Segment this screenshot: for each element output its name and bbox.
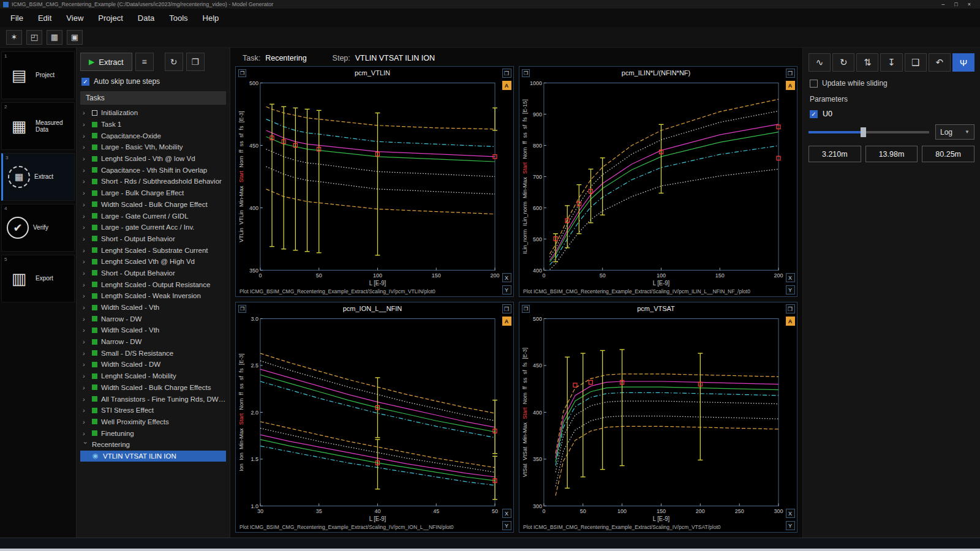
tuning-fork-button[interactable]: Ψ xyxy=(952,53,974,72)
chevron-right-icon[interactable]: › xyxy=(83,315,88,323)
task-item[interactable]: ›Width Scaled - DW xyxy=(80,359,226,370)
sliders-button[interactable]: ⇅ xyxy=(856,53,878,72)
task-item[interactable]: ›Large - Basic Vth, Mobility xyxy=(80,141,226,153)
chevron-right-icon[interactable]: › xyxy=(83,223,88,231)
task-item[interactable]: ›Narrow - DW xyxy=(80,336,226,348)
task-item[interactable]: ›Width Scaled - Vth xyxy=(80,324,226,336)
autoscale-button[interactable]: A xyxy=(502,317,511,326)
chevron-right-icon[interactable]: › xyxy=(83,143,88,151)
plot-layout-icon[interactable]: ❒ xyxy=(238,305,246,313)
task-item[interactable]: ›Lenght Scaled Vth @ High Vd xyxy=(80,256,226,268)
task-item[interactable]: ›Lenght Scaled - Mobility xyxy=(80,370,226,382)
task-item[interactable]: ◉VTLIN VTSAT ILIN ION xyxy=(80,451,226,462)
param-slider[interactable] xyxy=(809,131,929,133)
chevron-down-icon[interactable]: › xyxy=(82,442,89,448)
stage-measured-data[interactable]: 2▦Measured Data xyxy=(1,102,75,150)
menu-view[interactable]: View xyxy=(59,11,90,25)
chevron-right-icon[interactable]: › xyxy=(83,338,88,345)
task-item[interactable]: ›Recentering xyxy=(80,439,226,451)
task-item[interactable]: ›STI Stress Effect xyxy=(80,405,226,416)
plot-canvas-pcm_ION[interactable]: 30354045501.01.52.02.53.0L [E-9]IonIonMi… xyxy=(237,313,500,523)
y-axis-button[interactable]: Y xyxy=(786,285,795,294)
chevron-right-icon[interactable]: › xyxy=(83,269,88,277)
chevron-right-icon[interactable]: › xyxy=(83,430,88,437)
gauge-button[interactable]: ↻ xyxy=(832,53,854,72)
chevron-right-icon[interactable]: › xyxy=(83,326,88,334)
autoscale-button[interactable]: A xyxy=(786,317,795,326)
restore-plot-button[interactable]: ❐ xyxy=(786,69,795,78)
task-item[interactable]: ›Capacitance - Vth Shift in Overlap xyxy=(80,164,226,176)
task-item[interactable]: ›All Transistors - Fine Tuning Rds, DW… xyxy=(80,393,226,405)
task-item[interactable]: ›Initialization xyxy=(80,107,226,119)
task-item[interactable]: ›Short - Rds / Subthreadshold Behavior xyxy=(80,176,226,187)
x-axis-button[interactable]: X xyxy=(786,273,795,282)
duplicate-button[interactable]: ❐ xyxy=(186,53,205,71)
task-item[interactable]: ›Width Scaled - Bulk Charge Effect xyxy=(80,199,226,211)
export-down-button[interactable]: ↧ xyxy=(880,53,902,72)
task-item[interactable]: ›Lenght Scaled - Vth @ low Vd xyxy=(80,153,226,165)
slider-handle[interactable] xyxy=(861,127,866,137)
chevron-right-icon[interactable]: › xyxy=(83,395,88,403)
task-item[interactable]: ›Task 1 xyxy=(80,119,226,130)
chevron-right-icon[interactable]: › xyxy=(83,155,88,162)
task-item[interactable]: ›Lenght Scaled - Substrate Current xyxy=(80,244,226,256)
chevron-right-icon[interactable]: › xyxy=(83,281,88,288)
y-axis-button[interactable]: Y xyxy=(502,521,511,530)
x-axis-button[interactable]: X xyxy=(502,273,511,282)
chevron-right-icon[interactable]: › xyxy=(83,189,88,197)
task-item[interactable]: ›Large - Gate Current / GIDL xyxy=(80,210,226,222)
menu-edit[interactable]: Edit xyxy=(31,11,58,25)
update-while-sliding-checkbox[interactable] xyxy=(810,80,818,88)
settings-grid-button[interactable]: ▦ xyxy=(47,30,62,45)
chevron-right-icon[interactable]: › xyxy=(83,361,88,368)
task-item[interactable]: ›Narrow - DW xyxy=(80,313,226,324)
menu-tools[interactable]: Tools xyxy=(162,11,194,25)
chevron-right-icon[interactable]: › xyxy=(83,247,88,254)
menu-file[interactable]: File xyxy=(4,11,30,25)
chevron-right-icon[interactable]: › xyxy=(83,212,88,220)
maximize-button[interactable]: □ xyxy=(954,1,957,7)
plot-canvas-pcm_VTLIN[interactable]: 050100150200350400450500L [E-9]VTLinVTLi… xyxy=(237,78,500,287)
autoscale-button[interactable]: A xyxy=(786,81,795,90)
stage-project[interactable]: 1▤Project xyxy=(1,51,75,99)
plot-layout-icon[interactable]: ❒ xyxy=(522,69,530,77)
menu-help[interactable]: Help xyxy=(196,11,226,25)
x-axis-button[interactable]: X xyxy=(502,509,511,518)
task-item[interactable]: ›Well Proximity Effects xyxy=(80,416,226,428)
undo-button[interactable]: ↶ xyxy=(929,53,951,72)
chevron-right-icon[interactable]: › xyxy=(83,132,88,140)
plot-layout-icon[interactable]: ❒ xyxy=(238,69,246,77)
menu-project[interactable]: Project xyxy=(91,11,129,25)
auto-skip-checkbox[interactable]: ✓ xyxy=(81,78,89,86)
waveform-button[interactable]: ∿ xyxy=(809,53,831,72)
chevron-right-icon[interactable]: › xyxy=(83,350,88,357)
scale-select[interactable]: Log ▼ xyxy=(935,124,974,140)
task-item[interactable]: ›Length Scaled - Weak Inversion xyxy=(80,290,226,302)
autoscale-button[interactable]: A xyxy=(502,81,511,90)
task-item[interactable]: ›Capacitance-Oxide xyxy=(80,130,226,141)
extract-run-button[interactable]: ▶ Extract xyxy=(80,53,132,71)
chevron-right-icon[interactable]: › xyxy=(83,407,88,414)
task-item[interactable]: ›Width Scaled - Vth xyxy=(80,302,226,313)
y-axis-button[interactable]: Y xyxy=(502,285,511,294)
restore-plot-button[interactable]: ❐ xyxy=(502,69,511,78)
param-current-value[interactable]: 13.98m xyxy=(865,146,918,162)
close-button[interactable]: × xyxy=(968,1,971,7)
task-item[interactable]: ›Large - gate Current Acc / Inv. xyxy=(80,222,226,233)
chevron-right-icon[interactable]: › xyxy=(83,292,88,299)
param-max-value[interactable]: 80.25m xyxy=(922,146,974,162)
chevron-right-icon[interactable]: › xyxy=(83,304,88,311)
restore-plot-button[interactable]: ❐ xyxy=(786,304,795,313)
chevron-right-icon[interactable]: › xyxy=(83,121,88,128)
refresh-button[interactable]: ↻ xyxy=(165,53,183,71)
stage-verify[interactable]: 4✔Verify xyxy=(1,204,75,252)
save-button[interactable]: ▣ xyxy=(67,30,83,45)
task-list-button[interactable]: ≡ xyxy=(135,53,154,71)
chevron-right-icon[interactable]: › xyxy=(83,258,88,265)
chevron-right-icon[interactable]: › xyxy=(83,418,88,425)
chevron-right-icon[interactable]: › xyxy=(83,201,88,208)
restore-plot-button[interactable]: ❐ xyxy=(502,304,511,313)
plot-canvas-pcm_ILIN[interactable]: 0501001502004005006007008009001000L [E-9… xyxy=(521,78,783,287)
task-item[interactable]: ›Short - Output Behavior xyxy=(80,233,226,245)
task-item[interactable]: ›Finetuning xyxy=(80,427,226,439)
